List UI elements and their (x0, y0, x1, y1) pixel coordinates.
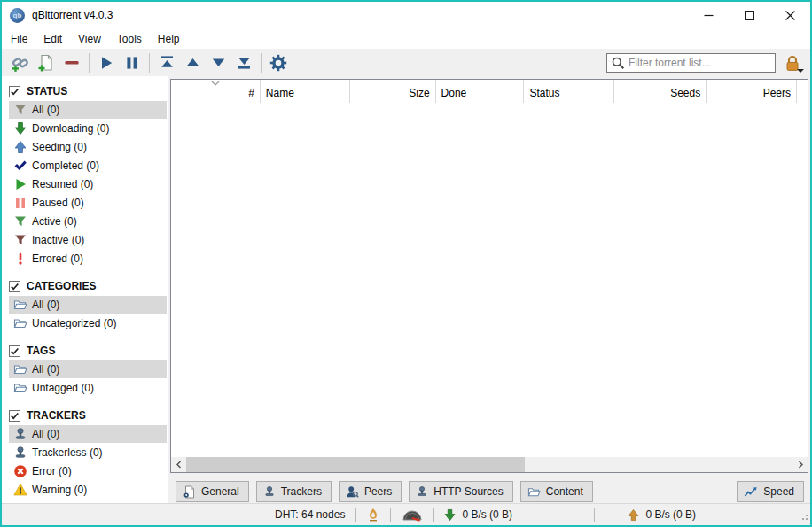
sidebar-item-status-completed[interactable]: Completed (0) (9, 157, 167, 174)
column-header-done[interactable]: Done (436, 80, 525, 103)
filter-funnel-gray-icon (13, 103, 27, 117)
move-up-button[interactable] (181, 51, 204, 74)
tab-trackers[interactable]: Trackers (256, 481, 332, 502)
move-top-button[interactable] (155, 51, 178, 74)
status-section-header[interactable]: STATUS (9, 82, 167, 100)
scroll-left-button[interactable] (171, 457, 186, 472)
sidebar-item-status-inactive[interactable]: Inactive (0) (9, 231, 167, 249)
upload-speed: 0 B/s (0 B) (595, 508, 707, 522)
tab-speed[interactable]: Speed (737, 481, 804, 502)
options-gear-icon (269, 54, 287, 72)
sidebar-item-tags-all[interactable]: All (0) (9, 360, 167, 378)
move-bottom-button[interactable] (232, 51, 255, 74)
paused-bars-icon (13, 196, 27, 210)
resize-grip[interactable] (800, 511, 808, 523)
sidebar-item-status-all[interactable]: All (0) (9, 101, 167, 119)
sidebar-item-status-active[interactable]: Active (0) (9, 213, 167, 230)
checked-checkbox-icon (9, 281, 20, 292)
move-down-button[interactable] (207, 51, 230, 74)
menu-edit[interactable]: Edit (35, 30, 70, 48)
tab-general[interactable]: General (176, 481, 249, 502)
qbittorrent-logo-icon: qb (10, 8, 25, 23)
scroll-right-button[interactable] (792, 457, 808, 472)
connection-status-button[interactable] (356, 508, 390, 522)
content-folder-icon (527, 485, 541, 499)
toolbar-separator (89, 53, 90, 73)
sidebar-item-status-errored[interactable]: Errored (0) (9, 250, 167, 267)
titlebar: qb qBittorrent v4.0.3 (2, 2, 810, 28)
sidebar-item-label: Untagged (0) (31, 382, 94, 394)
sidebar-item-status-downloading[interactable]: Downloading (0) (9, 120, 167, 137)
sidebar-item-tags-untagged[interactable]: Untagged (0) (9, 379, 167, 397)
column-header-number[interactable]: # (171, 80, 261, 103)
scrollbar-thumb[interactable] (186, 457, 525, 472)
tracker-icon (13, 427, 27, 441)
torrent-list-empty[interactable] (171, 103, 808, 457)
sidebar-item-status-seeding[interactable]: Seeding (0) (9, 138, 167, 156)
lock-button[interactable] (780, 51, 805, 74)
search-icon (611, 56, 625, 70)
maximize-button[interactable] (729, 2, 769, 28)
close-button[interactable] (769, 2, 810, 28)
sidebar-item-categories-uncategorized[interactable]: Uncategorized (0) (9, 314, 167, 332)
downloading-arrow-icon (13, 121, 27, 136)
sidebar-item-categories-all[interactable]: All (0) (9, 296, 167, 314)
resume-button[interactable] (95, 51, 118, 74)
horizontal-scrollbar (171, 457, 808, 472)
column-header-filler (797, 80, 808, 103)
delete-button[interactable] (60, 51, 83, 74)
speedometer-gauge-icon (402, 508, 423, 522)
trackers-section-header[interactable]: TRACKERS (9, 407, 167, 424)
minimize-button[interactable] (688, 2, 729, 28)
seeding-arrow-icon (13, 140, 27, 154)
sort-chevron-icon (211, 81, 220, 86)
resume-icon (98, 55, 114, 71)
column-header-status[interactable]: Status (524, 80, 614, 103)
sidebar-item-trackers-all[interactable]: All (0) (9, 425, 167, 443)
sidebar-item-label: Warning (0) (31, 484, 87, 496)
tab-http-sources[interactable]: HTTP Sources (409, 481, 512, 502)
filters-sidebar: STATUS All (0) Downloading (0) Seeding (… (2, 76, 168, 503)
tags-section-header[interactable]: TAGS (9, 342, 167, 360)
sidebar-item-label: Seeding (0) (31, 141, 87, 153)
menu-view[interactable]: View (70, 30, 109, 48)
section-label: STATUS (27, 85, 67, 97)
column-header-name[interactable]: Name (261, 80, 350, 103)
categories-section-header[interactable]: CATEGORIES (9, 277, 167, 295)
sidebar-item-status-paused[interactable]: Paused (0) (9, 194, 167, 212)
tab-peers[interactable]: Peers (339, 481, 402, 502)
sidebar-item-label: Trackerless (0) (31, 446, 103, 459)
menu-tools[interactable]: Tools (109, 30, 150, 48)
tab-content[interactable]: Content (520, 481, 593, 502)
sidebar-item-label: Downloading (0) (31, 122, 109, 135)
move-down-icon (210, 54, 227, 71)
add-torrent-link-button[interactable] (9, 51, 32, 74)
options-button[interactable] (267, 51, 290, 74)
menu-help[interactable]: Help (150, 30, 188, 48)
torrent-list-panel: # Name Size Done Status Seeds Peers (170, 79, 808, 473)
pause-button[interactable] (121, 51, 144, 74)
sidebar-item-label: All (0) (31, 363, 59, 376)
checked-checkbox-icon (9, 410, 20, 422)
close-icon (785, 11, 795, 20)
sidebar-item-label: Paused (0) (31, 197, 84, 209)
filter-torrent-input[interactable] (629, 57, 770, 69)
filter-funnel-green-icon (13, 214, 27, 229)
menu-file[interactable]: File (3, 30, 35, 48)
section-label: TAGS (27, 345, 55, 357)
add-torrent-file-button[interactable] (35, 51, 58, 74)
sidebar-item-trackers-trackerless[interactable]: Trackerless (0) (9, 444, 167, 461)
http-sources-tab-icon (416, 485, 428, 498)
scroll-right-icon (797, 461, 804, 469)
sidebar-item-trackers-error[interactable]: Error (0) (9, 462, 167, 480)
speed-limits-button[interactable] (391, 508, 433, 522)
column-header-seeds[interactable]: Seeds (614, 80, 707, 103)
sidebar-item-label: Uncategorized (0) (31, 317, 116, 329)
column-header-peers[interactable]: Peers (707, 80, 797, 103)
move-top-icon (159, 54, 176, 71)
trackers-tab-icon (263, 485, 276, 498)
sidebar-item-status-resumed[interactable]: Resumed (0) (9, 175, 167, 193)
column-header-size[interactable]: Size (350, 80, 436, 103)
download-speed-icon (443, 508, 457, 522)
sidebar-item-trackers-warning[interactable]: Warning (0) (9, 481, 167, 499)
